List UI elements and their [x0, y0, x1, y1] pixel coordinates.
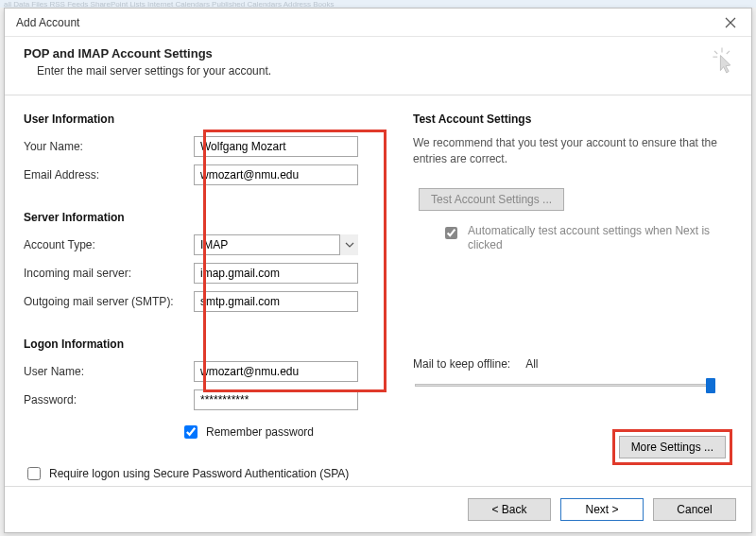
more-settings-button[interactable]: More Settings ... — [619, 436, 726, 458]
dialog-header: POP and IMAP Account Settings Enter the … — [5, 37, 751, 95]
header-heading: POP and IMAP Account Settings — [24, 46, 732, 61]
incoming-input[interactable] — [194, 263, 358, 284]
username-input[interactable] — [194, 361, 358, 382]
header-subheading: Enter the mail server settings for your … — [37, 64, 732, 78]
titlebar: Add Account — [5, 9, 751, 37]
section-user-information: User Information — [24, 112, 383, 126]
highlight-box-more-settings: More Settings ... — [612, 429, 732, 465]
section-logon-information: Logon Information — [24, 337, 383, 351]
close-icon — [725, 17, 736, 28]
window-title: Add Account — [16, 16, 79, 29]
test-account-settings-button[interactable]: Test Account Settings ... — [419, 188, 564, 211]
dialog-content: User Information Your Name: Email Addres… — [5, 95, 751, 486]
outgoing-input[interactable] — [194, 291, 358, 312]
left-column: User Information Your Name: Email Addres… — [24, 112, 383, 486]
next-button[interactable]: Next > — [560, 498, 644, 521]
remember-password-row: Remember password — [180, 423, 383, 441]
row-account-type: Account Type: IMAP — [24, 233, 383, 256]
mail-offline-row: Mail to keep offline: All — [413, 357, 732, 371]
incoming-label: Incoming mail server: — [24, 267, 194, 280]
dialog-footer: < Back Next > Cancel — [5, 486, 751, 532]
auto-test-checkbox[interactable] — [445, 227, 457, 239]
cursor-click-icon — [710, 46, 734, 77]
svg-line-1 — [714, 51, 717, 54]
remember-password-label: Remember password — [206, 425, 314, 439]
add-account-dialog: Add Account POP and IMAP Account Setting… — [4, 8, 752, 533]
username-label: User Name: — [24, 365, 194, 378]
spa-row: Require logon using Secure Password Auth… — [24, 464, 383, 483]
auto-test-label: Automatically test account settings when… — [468, 224, 723, 253]
row-your-name: Your Name: — [24, 135, 383, 158]
spa-checkbox[interactable] — [27, 467, 41, 480]
row-username: User Name: — [24, 360, 383, 383]
your-name-label: Your Name: — [24, 140, 194, 153]
mail-offline-value: All — [525, 357, 538, 371]
mail-offline-label: Mail to keep offline: — [413, 357, 510, 371]
section-server-information: Server Information — [24, 211, 383, 224]
spa-label: Require logon using Secure Password Auth… — [49, 467, 349, 480]
row-email: Email Address: — [24, 164, 383, 186]
right-column: Test Account Settings We recommend that … — [413, 112, 732, 486]
account-type-select[interactable]: IMAP — [194, 234, 358, 255]
password-label: Password: — [24, 393, 194, 406]
mail-offline-slider[interactable] — [413, 376, 715, 395]
back-button[interactable]: < Back — [468, 498, 551, 521]
email-input[interactable] — [194, 164, 358, 185]
svg-line-2 — [727, 51, 730, 54]
account-type-label: Account Type: — [24, 238, 194, 251]
password-input[interactable] — [194, 389, 358, 410]
section-test-account: Test Account Settings — [413, 112, 732, 126]
test-description: We recommend that you test your account … — [413, 135, 732, 167]
email-label: Email Address: — [24, 168, 194, 182]
outgoing-label: Outgoing mail server (SMTP): — [24, 295, 194, 308]
your-name-input[interactable] — [194, 136, 358, 157]
close-button[interactable] — [710, 9, 751, 37]
background-ribbon: all Data Files RSS Feeds SharePoint List… — [0, 0, 756, 8]
remember-password-checkbox[interactable] — [184, 425, 198, 439]
slider-track — [415, 384, 713, 387]
row-incoming: Incoming mail server: — [24, 262, 383, 285]
auto-test-row: Automatically test account settings when… — [441, 224, 732, 253]
row-outgoing: Outgoing mail server (SMTP): — [24, 290, 383, 313]
row-password: Password: — [24, 389, 383, 411]
slider-thumb[interactable] — [706, 378, 715, 393]
cancel-button[interactable]: Cancel — [653, 498, 736, 521]
